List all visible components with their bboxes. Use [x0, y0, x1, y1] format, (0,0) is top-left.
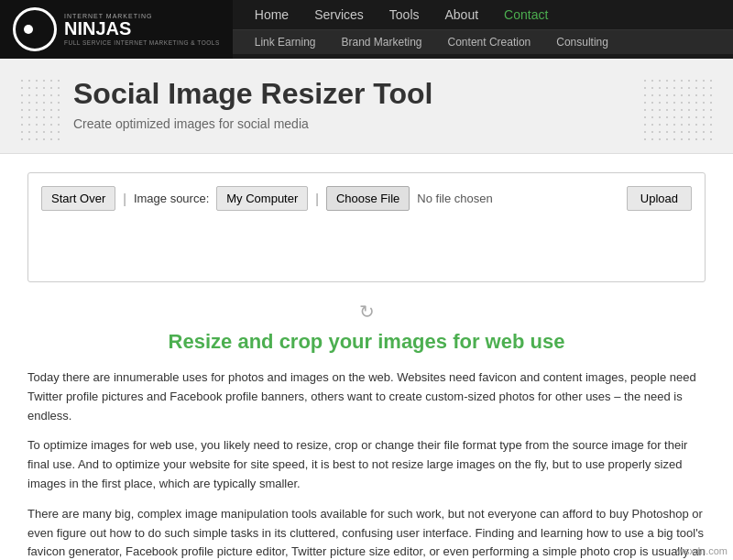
main-nav: Home Services Tools About Contact [233, 0, 733, 30]
content-area: ↻ Resize and crop your images for web us… [0, 301, 733, 560]
sub-nav: Link Earning Brand Marketing Content Cre… [233, 30, 733, 54]
nav-about[interactable]: About [432, 0, 492, 29]
no-file-chosen-label: No file chosen [417, 192, 492, 205]
subnav-consulting[interactable]: Consulting [543, 30, 621, 54]
separator-1: | [123, 192, 126, 206]
subnav-link-earning[interactable]: Link Earning [242, 30, 329, 54]
image-source-label: Image source: [134, 192, 209, 205]
content-paragraph: Today there are innumerable uses for pho… [27, 368, 706, 425]
refresh-icon-row: ↻ [27, 301, 706, 323]
tool-box: Start Over | Image source: My Computer |… [27, 172, 706, 282]
nav-services[interactable]: Services [301, 0, 377, 29]
nav-home[interactable]: Home [242, 0, 301, 29]
nav-tools[interactable]: Tools [377, 0, 432, 29]
hero-dots-left [18, 77, 64, 141]
content-paragraph: There are many big, complex image manipu… [27, 505, 706, 560]
watermark: wsxdn.com [677, 545, 728, 556]
nav-contact[interactable]: Contact [491, 0, 561, 29]
hero-dots-right [641, 77, 715, 141]
nav-right: Home Services Tools About Contact Link E… [233, 0, 733, 59]
hero-banner: Social Image Resizer Tool Create optimiz… [0, 59, 733, 154]
my-computer-button[interactable]: My Computer [216, 186, 308, 211]
logo-name: NINJAS [64, 19, 220, 38]
top-navigation: Internet Marketing NINJAS Full Service I… [0, 0, 733, 59]
tool-area: Start Over | Image source: My Computer |… [0, 154, 733, 301]
refresh-icon: ↻ [359, 302, 375, 322]
content-paragraph: To optimize images for web use, you like… [27, 436, 706, 493]
choose-file-button[interactable]: Choose File [326, 186, 410, 211]
subnav-content-creation[interactable]: Content Creation [435, 30, 544, 54]
tool-controls: Start Over | Image source: My Computer |… [41, 186, 692, 211]
upload-button[interactable]: Upload [627, 186, 692, 211]
page-title: Social Image Resizer Tool [73, 77, 706, 111]
start-over-button[interactable]: Start Over [41, 186, 115, 211]
logo-area: Internet Marketing NINJAS Full Service I… [0, 0, 233, 59]
subnav-brand-marketing[interactable]: Brand Marketing [328, 30, 434, 54]
page-subtitle: Create optimized images for social media [73, 116, 706, 131]
separator-2: | [315, 192, 319, 206]
logo-tagline: Full Service Internet Marketing & Tools [64, 39, 220, 46]
logo-text: Internet Marketing NINJAS Full Service I… [64, 13, 220, 46]
logo-icon [13, 7, 57, 51]
content-text: Today there are innumerable uses for pho… [27, 368, 706, 560]
content-heading: Resize and crop your images for web use [27, 330, 706, 354]
